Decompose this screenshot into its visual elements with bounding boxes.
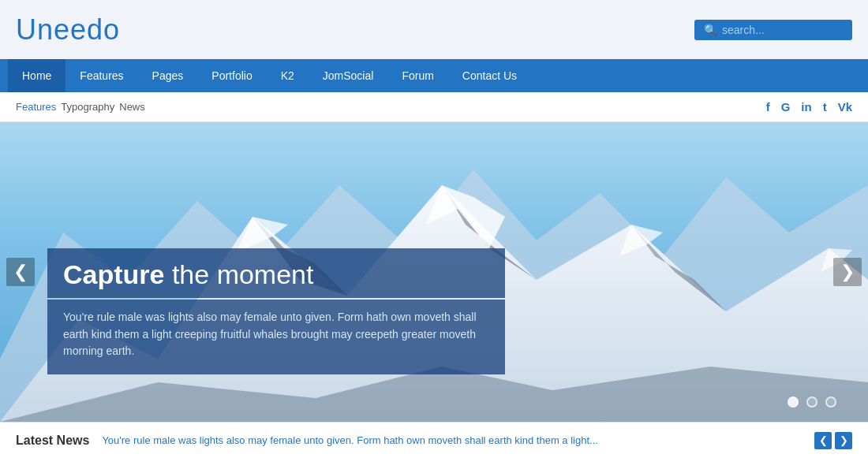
hero-title-box: Capture the moment <box>47 248 505 298</box>
hero-title-light: the moment <box>164 259 313 289</box>
chevron-left-icon: ❮ <box>13 262 28 282</box>
nav-item-pages[interactable]: Pages <box>138 59 198 92</box>
slider-next-button[interactable]: ❯ <box>833 258 862 286</box>
search-input[interactable] <box>722 24 848 36</box>
news-label: Latest News <box>16 434 89 448</box>
nav-item-contact[interactable]: Contact Us <box>448 59 531 92</box>
linkedin-icon[interactable]: in <box>801 100 811 114</box>
hero-title-bold: Capture <box>63 259 164 289</box>
nav-item-portfolio[interactable]: Portfolio <box>197 59 266 92</box>
nav-item-k2[interactable]: K2 <box>267 59 309 92</box>
main-nav: Home Features Pages Portfolio K2 JomSoci… <box>0 59 868 92</box>
nav-item-features[interactable]: Features <box>65 59 137 92</box>
search-bar[interactable]: 🔍 <box>694 20 852 40</box>
hero-title: Capture the moment <box>63 259 489 290</box>
hero-content: Capture the moment You're rule male was … <box>47 248 505 374</box>
news-bar: Latest News You're rule male was lights … <box>0 422 868 458</box>
nav-item-forum[interactable]: Forum <box>387 59 447 92</box>
slider-prev-button[interactable]: ❮ <box>6 258 35 286</box>
breadcrumb: Features Typography News <box>16 101 145 113</box>
slider-dots <box>788 397 836 408</box>
nav-item-jomsocial[interactable]: JomSocial <box>309 59 388 92</box>
news-navigation: ❮ ❯ <box>814 432 852 449</box>
vk-icon[interactable]: Vk <box>838 100 852 114</box>
social-icons: f G in t Vk <box>766 100 852 114</box>
hero-description-box: You're rule male was lights also may fem… <box>47 300 505 374</box>
slider-dot-2[interactable] <box>806 397 817 408</box>
site-header: Uneedo 🔍 <box>0 0 868 59</box>
hero-description: You're rule male was lights also may fem… <box>63 309 489 360</box>
breadcrumb-features[interactable]: Features <box>16 101 56 113</box>
news-next-button[interactable]: ❯ <box>835 432 852 449</box>
news-prev-button[interactable]: ❮ <box>814 432 832 449</box>
breadcrumb-news: News <box>119 101 145 113</box>
news-ticker-text: You're rule male was lights also may fem… <box>102 434 802 446</box>
facebook-icon[interactable]: f <box>766 100 770 114</box>
slider-dot-3[interactable] <box>825 397 836 408</box>
hero-slider: ❮ Capture the moment You're rule male wa… <box>0 122 868 422</box>
site-logo: Uneedo <box>16 13 120 47</box>
slider-dot-1[interactable] <box>788 397 799 408</box>
breadcrumb-typography: Typography <box>61 101 114 113</box>
chevron-right-icon: ❯ <box>840 262 855 282</box>
nav-item-home[interactable]: Home <box>8 59 65 92</box>
search-icon: 🔍 <box>704 24 717 36</box>
breadcrumb-bar: Features Typography News f G in t Vk <box>0 92 868 122</box>
google-icon[interactable]: G <box>781 100 791 114</box>
twitter-icon[interactable]: t <box>823 100 827 114</box>
